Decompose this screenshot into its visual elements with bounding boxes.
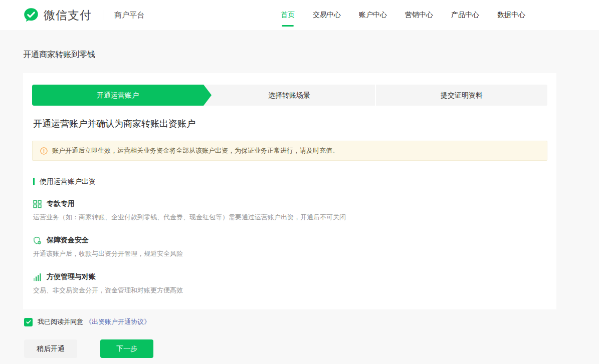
agreement-checkbox[interactable] bbox=[24, 318, 33, 326]
brand-name: 微信支付 bbox=[44, 8, 92, 23]
brand-divider bbox=[103, 10, 103, 20]
warning-notice: 账户开通后立即生效，运营相关业务资金将全部从该账户出资，为保证业务正常进行，请及… bbox=[32, 141, 547, 161]
feature-easy-reconciliation: 方便管理与对账 交易、非交易资金分开，资金管理和对账更方便高效 bbox=[33, 272, 547, 295]
feature-fund-safety: 保障资金安全 开通该账户后，收款与出资分开管理，规避安全风险 bbox=[33, 236, 547, 258]
open-later-button[interactable]: 稍后开通 bbox=[24, 339, 77, 358]
feature-desc: 运营业务（如：商家转账、企业付款到零钱、代金券、现金红包等）需要通过运营账户出资… bbox=[33, 213, 547, 222]
check-icon bbox=[26, 319, 32, 325]
action-buttons: 稍后开通 下一步 bbox=[24, 339, 599, 358]
shield-check-icon bbox=[33, 236, 42, 245]
grid-icon bbox=[33, 200, 42, 208]
wechat-pay-logo-icon bbox=[23, 7, 39, 23]
agreement-row: 我已阅读并同意 《出资账户开通协议》 bbox=[24, 317, 599, 326]
step-indicator: 开通运营账户 选择转账场景 提交证明资料 bbox=[32, 85, 547, 106]
next-step-button[interactable]: 下一步 bbox=[100, 339, 153, 358]
agreement-text: 我已阅读并同意 bbox=[38, 317, 83, 326]
nav-item-data-center[interactable]: 数据中心 bbox=[497, 11, 525, 20]
step-select-transfer-scene: 选择转账场景 bbox=[204, 85, 375, 106]
feature-title: 保障资金安全 bbox=[47, 236, 89, 245]
brand[interactable]: 微信支付 bbox=[23, 7, 92, 23]
page-title: 开通商家转账到零钱 bbox=[0, 30, 599, 60]
nav-item-transaction-center[interactable]: 交易中心 bbox=[313, 11, 341, 20]
subsection-title: 使用运营账户出资 bbox=[33, 178, 547, 185]
nav-item-marketing-center[interactable]: 营销中心 bbox=[405, 11, 433, 20]
feature-title: 专款专用 bbox=[47, 199, 75, 208]
nav-item-product-center[interactable]: 产品中心 bbox=[451, 11, 479, 20]
feature-title: 方便管理与对账 bbox=[47, 272, 96, 281]
step-submit-proof: 提交证明资料 bbox=[376, 85, 547, 106]
main-nav: 首页 交易中心 账户中心 营销中心 产品中心 数据中心 bbox=[281, 0, 525, 30]
platform-label: 商户平台 bbox=[114, 11, 144, 20]
main-card: 开通运营账户 选择转账场景 提交证明资料 开通运营账户并确认为商家转账出资账户 … bbox=[23, 73, 556, 309]
feature-desc: 开通该账户后，收款与出资分开管理，规避安全风险 bbox=[33, 249, 547, 258]
warning-notice-text: 账户开通后立即生效，运营相关业务资金将全部从该账户出资，为保证业务正常进行，请及… bbox=[52, 146, 339, 155]
nav-item-account-center[interactable]: 账户中心 bbox=[359, 11, 387, 20]
top-header: 微信支付 商户平台 首页 交易中心 账户中心 营销中心 产品中心 数据中心 bbox=[0, 0, 599, 30]
section-heading: 开通运营账户并确认为商家转账出资账户 bbox=[33, 118, 547, 130]
agreement-link[interactable]: 《出资账户开通协议》 bbox=[85, 317, 150, 326]
bar-chart-icon bbox=[33, 273, 42, 281]
nav-item-home[interactable]: 首页 bbox=[281, 11, 295, 20]
feature-desc: 交易、非交易资金分开，资金管理和对账更方便高效 bbox=[33, 286, 547, 295]
feature-dedicated-funds: 专款专用 运营业务（如：商家转账、企业付款到零钱、代金券、现金红包等）需要通过运… bbox=[33, 199, 547, 222]
warning-circle-icon bbox=[40, 147, 48, 155]
step-open-operating-account: 开通运营账户 bbox=[32, 85, 204, 106]
